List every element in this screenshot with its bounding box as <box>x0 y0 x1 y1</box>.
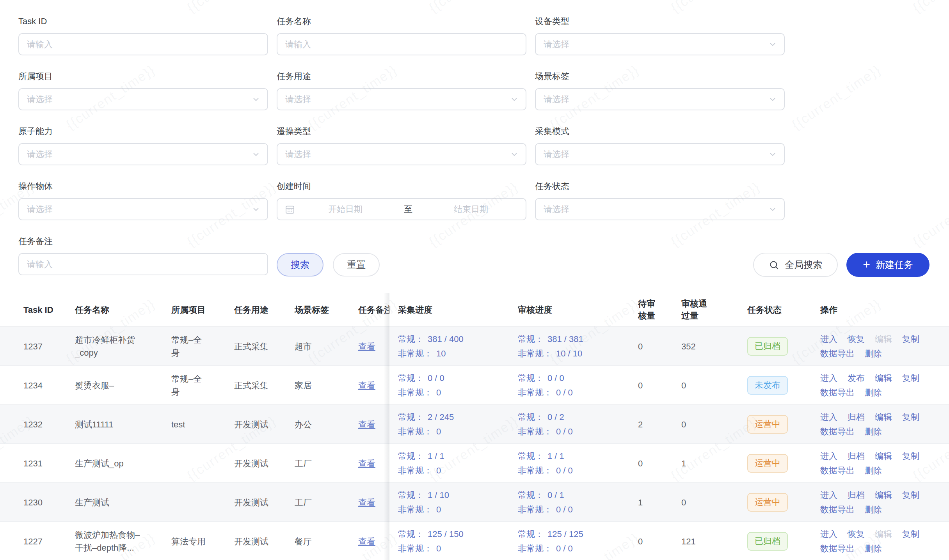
action-link-enabled[interactable]: 删除 <box>865 385 882 400</box>
action-link-enabled[interactable]: 删除 <box>865 424 882 439</box>
action-link-enabled[interactable]: 删除 <box>865 541 882 556</box>
progress-label: 非常规： <box>398 424 432 439</box>
action-link-enabled[interactable]: 复制 <box>902 410 919 424</box>
view-remark-link[interactable]: 查看 <box>358 342 375 351</box>
action-link-enabled[interactable]: 归档 <box>848 410 865 424</box>
operate-object-select[interactable]: 请选择 <box>18 198 268 220</box>
reset-button[interactable]: 重置 <box>333 253 380 276</box>
cell-actions: 进入归档编辑复制数据导出删除 <box>820 449 949 478</box>
action-link-enabled[interactable]: 复制 <box>902 527 919 541</box>
view-remark-link[interactable]: 查看 <box>358 420 375 429</box>
action-link-enabled[interactable]: 进入 <box>820 332 837 346</box>
action-link-enabled[interactable]: 数据导出 <box>820 541 855 556</box>
action-link-enabled[interactable]: 数据导出 <box>820 346 855 361</box>
task-remark-input[interactable]: 请输入 <box>18 253 268 275</box>
view-remark-link[interactable]: 查看 <box>358 537 375 546</box>
action-link-enabled[interactable]: 删除 <box>865 346 882 361</box>
task-name-input[interactable]: 请输入 <box>277 33 526 55</box>
device-type-select[interactable]: 请选择 <box>535 33 785 55</box>
action-link-enabled[interactable]: 数据导出 <box>820 385 855 400</box>
action-link-enabled[interactable]: 数据导出 <box>820 502 855 517</box>
filter-field-task-status: 任务状态请选择 <box>535 181 785 220</box>
task-id-input[interactable]: 请输入 <box>18 33 268 55</box>
view-remark-link[interactable]: 查看 <box>358 498 375 507</box>
progress-label: 非常规： <box>398 541 432 556</box>
action-link-enabled[interactable]: 编辑 <box>875 371 892 385</box>
collect-mode-select[interactable]: 请选择 <box>535 143 785 165</box>
view-remark-link[interactable]: 查看 <box>358 381 375 390</box>
scene-tag-select[interactable]: 请选择 <box>535 88 785 110</box>
cell-collect-progress-irregular: 非常规：0 <box>398 424 510 439</box>
action-links: 进入归档编辑复制数据导出删除 <box>820 410 937 439</box>
view-remark-link[interactable]: 查看 <box>358 459 375 468</box>
filter-field-operate-object: 操作物体请选择 <box>18 181 268 220</box>
cell-review-progress-regular: 常规：381 / 381 <box>518 332 630 346</box>
action-link-disabled: 编辑 <box>875 332 892 346</box>
action-link-enabled[interactable]: 复制 <box>902 488 919 502</box>
status-badge: 运营中 <box>747 454 788 473</box>
cell-actions: 进入归档编辑复制数据导出删除 <box>820 410 949 439</box>
project-select[interactable]: 请选择 <box>18 88 268 110</box>
create-task-button[interactable]: + 新建任务 <box>846 253 929 277</box>
task-status-select[interactable]: 请选择 <box>535 198 785 220</box>
action-link-enabled[interactable]: 恢复 <box>848 332 865 346</box>
action-link-enabled[interactable]: 数据导出 <box>820 424 855 439</box>
purpose-select[interactable]: 请选择 <box>277 88 526 110</box>
progress-label: 非常规： <box>398 346 432 361</box>
action-link-enabled[interactable]: 归档 <box>848 488 865 502</box>
search-button[interactable]: 搜索 <box>277 253 323 276</box>
action-link-enabled[interactable]: 复制 <box>902 449 919 463</box>
action-link-enabled[interactable]: 进入 <box>820 449 837 463</box>
cell-actions: 进入恢复编辑复制数据导出删除 <box>820 332 949 361</box>
action-link-enabled[interactable]: 编辑 <box>875 410 892 424</box>
cell-collect-progress: 常规：1 / 1非常规：0 <box>398 449 518 478</box>
filter-field-scene-tag: 场景标签请选择 <box>535 71 785 110</box>
action-link-enabled[interactable]: 编辑 <box>875 488 892 502</box>
progress-value: 2 / 245 <box>428 410 454 424</box>
filter-label-project: 所属项目 <box>18 71 268 82</box>
action-link-enabled[interactable]: 删除 <box>865 502 882 517</box>
cell-scene: 工厂 <box>295 457 358 470</box>
table-row: 1232测试11111test开发测试办公查看常规：2 / 245非常规：0常规… <box>0 405 949 444</box>
cell-project: test <box>171 418 234 431</box>
task-name-text: 超市冷鲜柜补货 _copy <box>75 333 135 359</box>
action-link-enabled[interactable]: 复制 <box>902 332 919 346</box>
action-link-enabled[interactable]: 恢复 <box>848 527 865 541</box>
table-header-row: Task ID任务名称所属项目任务用途场景标签任务备注采集进度审核进度待审 核量… <box>0 293 949 327</box>
progress-label: 常规： <box>398 449 424 463</box>
filter-field-task-id: Task ID请输入 <box>18 16 268 55</box>
global-search-button[interactable]: 全局搜索 <box>753 253 838 277</box>
action-link-enabled[interactable]: 复制 <box>902 371 919 385</box>
action-link-enabled[interactable]: 进入 <box>820 527 837 541</box>
column-header-collect-progress: 采集进度 <box>398 304 518 316</box>
cell-collect-progress-irregular: 非常规：10 <box>398 346 510 361</box>
filter-panel: Task ID请输入任务名称请输入设备类型请选择所属项目请选择任务用途请选择场景… <box>0 0 949 220</box>
action-link-enabled[interactable]: 数据导出 <box>820 463 855 478</box>
cell-collect-progress: 常规：125 / 150非常规：0 <box>398 527 518 556</box>
cell-task-remark: 查看 <box>358 496 398 509</box>
action-links: 进入恢复编辑复制数据导出删除 <box>820 527 937 556</box>
progress-label: 常规： <box>398 371 424 385</box>
action-link-enabled[interactable]: 发布 <box>848 371 865 385</box>
action-link-enabled[interactable]: 进入 <box>820 488 837 502</box>
action-link-enabled[interactable]: 进入 <box>820 410 837 424</box>
column-header-task-remark: 任务备注 <box>358 304 398 316</box>
action-link-enabled[interactable]: 归档 <box>848 449 865 463</box>
filter-label-atomic-ability: 原子能力 <box>18 126 268 137</box>
progress-label: 非常规： <box>518 346 552 361</box>
create-time-daterange[interactable]: 开始日期至结束日期 <box>277 198 526 220</box>
atomic-ability-select[interactable]: 请选择 <box>18 143 268 165</box>
action-link-enabled[interactable]: 进入 <box>820 371 837 385</box>
column-header-review-progress: 审核进度 <box>518 304 638 316</box>
filter-label-device-type: 设备类型 <box>535 16 785 27</box>
progress-label: 常规： <box>398 527 424 541</box>
filter-field-create-time: 创建时间开始日期至结束日期 <box>277 181 526 220</box>
action-link-enabled[interactable]: 删除 <box>865 463 882 478</box>
progress-value: 0 / 0 <box>547 371 564 385</box>
cell-review-progress-irregular: 非常规：10 / 10 <box>518 346 630 361</box>
progress-label: 非常规： <box>518 424 552 439</box>
action-link-enabled[interactable]: 编辑 <box>875 449 892 463</box>
cell-review-progress-regular: 常规：0 / 2 <box>518 410 630 424</box>
teleop-type-select[interactable]: 请选择 <box>277 143 526 165</box>
plus-icon: + <box>863 258 870 271</box>
